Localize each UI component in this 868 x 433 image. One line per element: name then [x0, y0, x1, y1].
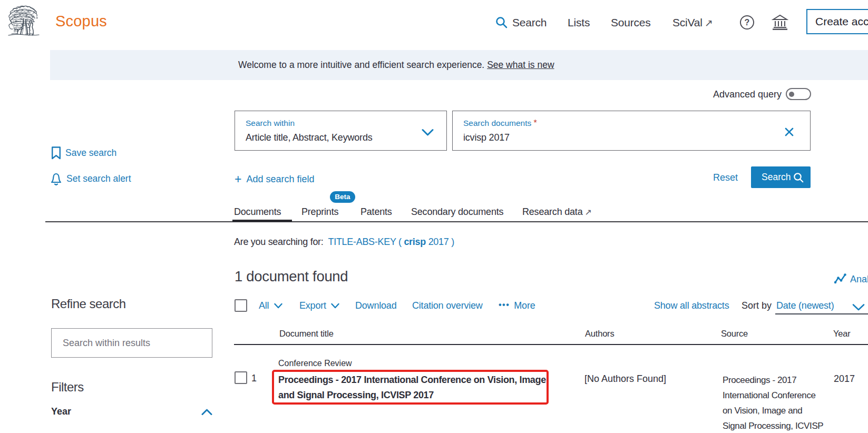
citation-overview-link[interactable]: Citation overview [412, 300, 483, 311]
bell-icon [50, 172, 62, 185]
nav-sources[interactable]: Sources [611, 16, 651, 29]
external-link-icon: ↗ [584, 208, 591, 216]
required-asterisk: * [534, 119, 537, 127]
active-tab-underline [232, 220, 292, 222]
sort-dropdown[interactable]: Date (newest) [776, 300, 834, 311]
set-search-alert-link[interactable]: Set search alert [66, 173, 131, 184]
row-number: 1 [251, 373, 257, 384]
column-header-source[interactable]: Source [721, 329, 748, 339]
institution-icon[interactable] [772, 14, 788, 30]
document-title-link[interactable]: Proceedings - 2017 International Confere… [278, 372, 548, 403]
export-dropdown[interactable]: Export [299, 300, 339, 311]
see-what-is-new-link[interactable]: See what is new [487, 60, 554, 70]
chevron-down-icon [274, 303, 282, 309]
chevron-down-icon [422, 129, 434, 136]
toggle-knob [789, 92, 794, 97]
search-documents-label-text: Search documents [463, 119, 531, 127]
suggestion-query-end: 2017 ) [426, 237, 454, 247]
export-dropdown-label: Export [299, 300, 326, 311]
nav-scival[interactable]: SciVal↗ [672, 16, 713, 29]
elsevier-tree-logo [6, 5, 41, 37]
search-suggestion: Are you searching for:TITLE-ABS-KEY ( cr… [234, 237, 454, 248]
search-button[interactable]: Search [751, 166, 811, 188]
more-menu[interactable]: •••More [499, 300, 535, 311]
scopus-wordmark[interactable]: Scopus [55, 13, 107, 30]
line-chart-icon [834, 273, 846, 284]
add-search-field-label: Add search field [246, 174, 314, 184]
year-filter-label[interactable]: Year [51, 406, 71, 417]
search-icon [495, 16, 508, 28]
all-dropdown-label: All [259, 300, 269, 311]
search-within-dropdown[interactable]: Search within Article title, Abstract, K… [235, 111, 447, 151]
search-documents-field[interactable]: Search documents * icvisp 2017 [452, 111, 811, 151]
scopus-search-results-page: Scopus Search Lists Sources SciVal↗ ? Cr… [0, 0, 868, 433]
welcome-banner: Welcome to a more intuitive and efficien… [50, 50, 868, 80]
chevron-down-icon[interactable] [852, 303, 865, 311]
advanced-query-toggle[interactable] [786, 88, 811, 100]
banner-message: Welcome to a more intuitive and efficien… [238, 60, 484, 70]
suggestion-query-link[interactable]: TITLE-ABS-KEY ( crisp 2017 ) [328, 237, 454, 247]
search-documents-label: Search documents * [463, 119, 537, 128]
bookmark-icon [51, 146, 61, 160]
nav-scival-label: SciVal [672, 16, 703, 28]
tab-research-data-label: Research data [522, 206, 582, 217]
suggestion-query-bold: crisp [404, 237, 426, 247]
tab-preprints[interactable]: Preprints [301, 206, 338, 218]
create-account-button[interactable]: Create account [806, 9, 868, 34]
suggestion-prefix: Are you searching for: [234, 237, 324, 247]
chevron-down-icon [331, 303, 339, 309]
sort-by-label: Sort by [742, 300, 772, 311]
column-header-authors[interactable]: Authors [585, 329, 614, 339]
results-count-heading: 1 document found [235, 268, 348, 285]
search-within-label: Search within [246, 119, 295, 128]
suggestion-query-start: TITLE-ABS-KEY ( [328, 237, 404, 247]
nav-lists[interactable]: Lists [568, 16, 590, 29]
column-header-year[interactable]: Year [833, 329, 851, 339]
tab-documents[interactable]: Documents [234, 206, 281, 218]
beta-badge: Beta [330, 191, 355, 203]
tabs-divider [45, 221, 868, 222]
more-menu-label: More [514, 300, 535, 311]
search-documents-value: icvisp 2017 [463, 132, 510, 143]
filters-heading: Filters [51, 380, 84, 395]
welcome-banner-text: Welcome to a more intuitive and efficien… [238, 50, 554, 80]
reset-link[interactable]: Reset [713, 172, 738, 183]
select-all-checkbox[interactable] [235, 299, 247, 312]
show-all-abstracts-link[interactable]: Show all abstracts [654, 300, 729, 311]
advanced-query-label: Advanced query [713, 89, 782, 100]
analyze-results-label: Analyze results [850, 274, 868, 284]
clear-query-icon[interactable] [785, 127, 794, 136]
column-header-document-title[interactable]: Document title [279, 329, 334, 339]
refine-search-heading: Refine search [51, 297, 126, 311]
save-search-link[interactable]: Save search [65, 147, 116, 159]
external-link-icon: ↗ [705, 17, 713, 28]
plus-icon: + [235, 172, 241, 186]
search-icon [793, 172, 804, 183]
tab-patents[interactable]: Patents [360, 206, 392, 218]
table-header-divider [234, 344, 868, 345]
chevron-up-icon[interactable] [201, 408, 212, 416]
analyze-results-link[interactable]: Analyze results [834, 273, 868, 285]
help-icon[interactable]: ? [740, 15, 754, 29]
tab-research-data[interactable]: Research data↗ [522, 206, 592, 218]
search-button-label: Search [762, 172, 791, 182]
ellipsis-icon: ••• [499, 300, 510, 309]
row-year: 2017 [834, 373, 855, 385]
add-search-field-link[interactable]: +Add search field [235, 172, 315, 186]
nav-search[interactable]: Search [512, 16, 547, 29]
search-within-value: Article title, Abstract, Keywords [246, 132, 373, 143]
tab-secondary-documents[interactable]: Secondary documents [411, 206, 503, 218]
document-type-label: Conference Review [278, 359, 352, 368]
sort-dropdown-underline [775, 313, 868, 314]
row-source-link[interactable]: Proceedings - 2017 International Confere… [723, 372, 826, 433]
all-dropdown[interactable]: All [259, 300, 282, 311]
search-within-results-input[interactable] [51, 328, 212, 358]
row-authors: [No Authors Found] [584, 373, 666, 385]
download-link[interactable]: Download [355, 300, 396, 311]
row-checkbox[interactable] [235, 371, 247, 384]
